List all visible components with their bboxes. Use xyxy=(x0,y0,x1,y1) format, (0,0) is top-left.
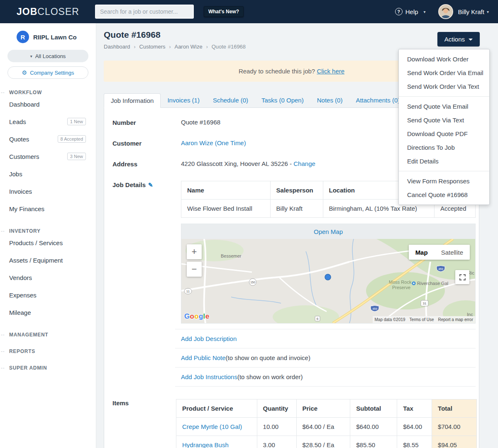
sidebar-item-products-services[interactable]: Products / Services xyxy=(0,234,96,251)
sidebar-item-invoices[interactable]: Invoices xyxy=(0,183,96,200)
section-management[interactable]: MANAGEMENT xyxy=(0,332,96,338)
menu-download-work-order[interactable]: Download Work Order xyxy=(399,52,489,66)
map-view-button[interactable]: Map xyxy=(409,245,435,260)
item-quantity-cell: 3.00 xyxy=(257,436,296,448)
route-shield-6: 6 xyxy=(315,316,320,321)
items-col-quantity: Quantity xyxy=(257,399,296,418)
user-name[interactable]: Billy Kraft xyxy=(458,8,484,15)
search-input[interactable] xyxy=(95,5,194,19)
app-logo[interactable]: JOBCLOSER xyxy=(17,6,79,17)
user-chevron-down-icon[interactable]: ▾ xyxy=(487,10,489,14)
logo-light: CLOSER xyxy=(37,6,79,17)
edit-pencil-icon[interactable]: ✎ xyxy=(148,182,153,188)
quotes-badge: 8 Accepted xyxy=(58,135,86,143)
sidebar-item-jobs[interactable]: Jobs xyxy=(0,165,96,183)
job-details-field: Job Details✎ Name Salesperson Location W… xyxy=(112,181,475,387)
menu-send-work-order-text[interactable]: Send Work Order Via Text xyxy=(399,80,489,93)
menu-send-quote-email[interactable]: Send Quote Via Email xyxy=(399,100,489,113)
sidebar-item-customers[interactable]: Customers 3 New xyxy=(0,148,96,165)
whats-new-button[interactable]: What's New? xyxy=(204,6,244,17)
open-map-link[interactable]: Open Map xyxy=(314,228,343,235)
banner-click-here-link[interactable]: Click here xyxy=(317,68,344,75)
number-label: Number xyxy=(112,119,181,126)
add-public-note-suffix: (to show on quote and invoice) xyxy=(226,354,310,361)
map-label-riverchase: Riverchase Gal xyxy=(417,281,448,286)
settings-label: Company Settings xyxy=(30,70,74,76)
locations-label: All Locations xyxy=(35,53,66,59)
add-job-instructions-link[interactable]: Add Job Instructions xyxy=(181,373,237,380)
company-settings-button[interactable]: ⚙ Company Settings xyxy=(7,66,88,79)
job-details-label: Job Details✎ xyxy=(112,181,181,188)
satellite-view-button[interactable]: Satellite xyxy=(435,245,470,260)
navbar-right: ? Help ▾ Billy Kraft ▾ xyxy=(395,4,489,19)
add-public-note-link[interactable]: Add Public Note xyxy=(181,354,226,361)
section-reports[interactable]: REPORTS xyxy=(0,348,96,354)
sidebar-item-dashboard[interactable]: Dashboard xyxy=(0,95,96,113)
add-job-instructions-suffix: (to show on work order) xyxy=(237,373,303,380)
tab-invoices[interactable]: Invoices (1) xyxy=(161,93,206,107)
svg-text:6: 6 xyxy=(317,317,319,321)
job-salesperson-cell: Billy Kraft xyxy=(270,200,323,218)
map-type-controls: Map Satellite xyxy=(409,245,470,260)
help-menu[interactable]: ? Help ▾ xyxy=(395,8,426,15)
tab-attachments[interactable]: Attachments (0) xyxy=(349,93,406,107)
address-change-link[interactable]: Change xyxy=(293,160,315,167)
terms-of-use-link[interactable]: Terms of Use xyxy=(410,317,434,322)
breadcrumb-separator: › xyxy=(206,44,208,50)
menu-cancel-quote[interactable]: Cancel Quote #16968 xyxy=(399,188,489,202)
tab-tasks[interactable]: Tasks (0 Open) xyxy=(255,93,310,107)
sidebar-item-quotes[interactable]: Quotes 8 Accepted xyxy=(0,130,96,148)
company-avatar: R xyxy=(17,31,29,43)
breadcrumb-dashboard[interactable]: Dashboard xyxy=(104,44,130,50)
map-data-text: Map data ©2019 xyxy=(375,317,405,322)
item-product-link[interactable]: Crepe Myrtle (10 Gal) xyxy=(182,423,242,430)
map-label-preserve-2: Preserve xyxy=(392,285,410,290)
fullscreen-button[interactable] xyxy=(455,270,469,284)
sidebar-item-vendors[interactable]: Vendors xyxy=(0,269,96,286)
zoom-in-button[interactable]: + xyxy=(187,244,202,259)
sidebar-item-assets-equipment[interactable]: Assets / Equipment xyxy=(0,251,96,269)
sidebar-item-my-finances[interactable]: My Finances xyxy=(0,200,96,217)
add-job-description-link[interactable]: Add Job Description xyxy=(181,335,237,342)
avatar[interactable] xyxy=(438,4,453,19)
menu-view-form-responses[interactable]: View Form Responses xyxy=(399,174,489,188)
chevron-down-icon: ▾ xyxy=(424,10,426,14)
menu-directions-to-job[interactable]: Directions To Job xyxy=(399,141,489,154)
sidebar-item-expenses[interactable]: Expenses xyxy=(0,286,96,304)
map-label-preserve-1: Moss Rock xyxy=(389,280,412,285)
items-col-tax: Tax xyxy=(397,399,432,418)
customer-link[interactable]: Aaron Wize (One Time) xyxy=(181,139,246,146)
breadcrumb-customers[interactable]: Customers xyxy=(139,44,166,50)
number-value: Quote #16968 xyxy=(181,119,220,126)
sidebar-item-mileage[interactable]: Mileage xyxy=(0,304,96,321)
menu-send-quote-text[interactable]: Send Quote Via Text xyxy=(399,113,489,127)
menu-edit-details[interactable]: Edit Details xyxy=(399,154,489,168)
section-header-reports: REPORTS xyxy=(0,348,96,354)
tab-notes[interactable]: Notes (0) xyxy=(310,93,349,107)
item-product-link[interactable]: Hydrangea Bush xyxy=(182,441,229,448)
sidebar-item-leads[interactable]: Leads 1 New xyxy=(0,113,96,130)
section-inventory: INVENTORY Products / Services Assets / E… xyxy=(0,228,96,321)
actions-button[interactable]: Actions xyxy=(437,32,480,46)
map-canvas[interactable]: Bessemer Moss Rock Preserve Riverchase G… xyxy=(181,239,475,323)
menu-download-quote-pdf[interactable]: Download Quote PDF xyxy=(399,127,489,141)
menu-send-work-order-email[interactable]: Send Work Order Via Email xyxy=(399,66,489,80)
add-public-note-row: Add Public Note (to show on quote and in… xyxy=(175,348,476,368)
report-map-error-link[interactable]: Report a map error xyxy=(438,317,473,322)
svg-text:150: 150 xyxy=(250,281,255,284)
add-job-description-row: Add Job Description xyxy=(175,329,476,348)
menu-divider xyxy=(399,96,489,97)
leads-badge: 1 New xyxy=(67,118,86,125)
sidebar: R RIIPL Lawn Co ▾ All Locations ⚙ Compan… xyxy=(0,23,96,448)
items-table: Product / Service Quantity Price Subtota… xyxy=(176,399,477,448)
breadcrumb-customer-name[interactable]: Aaron Wize xyxy=(174,44,202,50)
tab-schedule[interactable]: Schedule (0) xyxy=(206,93,255,107)
tab-job-information[interactable]: Job Information xyxy=(104,93,161,108)
chevron-down-icon: ▾ xyxy=(30,54,32,58)
zoom-out-button[interactable]: − xyxy=(187,262,202,277)
google-logo[interactable]: Google xyxy=(184,312,209,321)
locations-dropdown[interactable]: ▾ All Locations xyxy=(7,50,88,62)
section-super-admin[interactable]: SUPER ADMIN xyxy=(0,365,96,371)
items-label: Items xyxy=(112,399,181,407)
section-header-super-admin: SUPER ADMIN xyxy=(0,365,96,371)
